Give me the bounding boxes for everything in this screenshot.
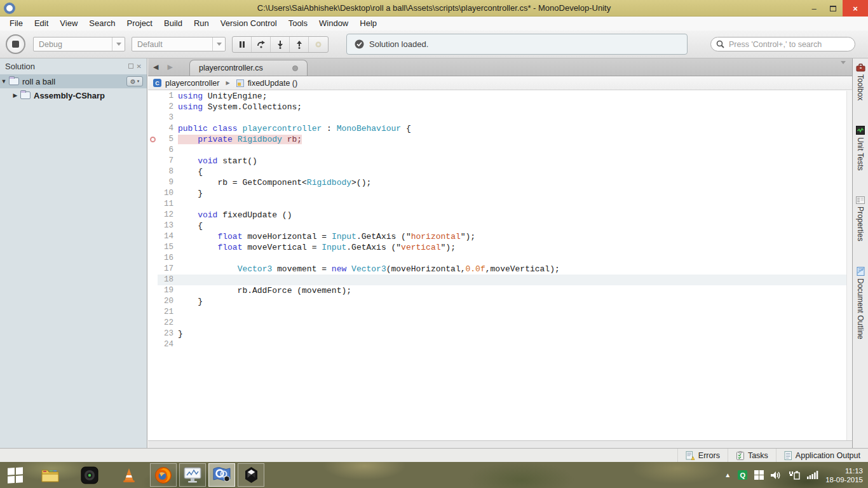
code-line[interactable]: 4public class playercontroller : MonoBeh… — [148, 123, 846, 134]
menu-item-run[interactable]: Run — [188, 17, 215, 30]
editor-horizontal-scrollbar[interactable] — [148, 440, 852, 448]
breakpoint-margin[interactable] — [148, 329, 158, 339]
breakpoint-margin[interactable] — [148, 102, 158, 112]
code-line[interactable]: 2using System.Collections; — [148, 102, 846, 112]
code-line[interactable]: 8 { — [148, 166, 846, 177]
breakpoint-margin[interactable] — [148, 264, 158, 274]
solution-child-item[interactable]: ▶ Assembly-CSharp — [0, 88, 147, 102]
step-out-button[interactable] — [290, 37, 309, 52]
breadcrumb-class[interactable]: playercontroller — [165, 79, 219, 88]
statusbar-item-errors[interactable]: Errors — [677, 449, 728, 462]
taskbar-firefox[interactable] — [150, 463, 177, 487]
solution-root-item[interactable]: ▼ roll a ball ⚙▾ — [0, 74, 147, 88]
code-line[interactable]: 5 private Rigidbody rb; — [148, 134, 846, 145]
minimize-button[interactable]: – — [804, 0, 824, 17]
code-line[interactable]: 18 — [148, 274, 846, 285]
code-line[interactable]: 17 Vector3 movement = new Vector3(moveHo… — [148, 264, 846, 274]
breakpoint-margin[interactable] — [148, 134, 158, 145]
expander-closed-icon[interactable]: ▶ — [11, 92, 19, 98]
code-editor[interactable]: 1using UnityEngine;2using System.Collect… — [148, 91, 846, 440]
menu-item-file[interactable]: File — [4, 17, 29, 30]
code-line[interactable]: 11 — [148, 199, 846, 210]
menu-item-tools[interactable]: Tools — [283, 17, 313, 30]
menu-item-edit[interactable]: Edit — [29, 17, 54, 30]
code-line[interactable]: 7 void start() — [148, 156, 846, 166]
breakpoint-margin[interactable] — [148, 339, 158, 350]
taskbar-vlc[interactable] — [116, 463, 142, 487]
breakpoint-margin[interactable] — [148, 220, 158, 231]
code-line[interactable]: 10 } — [148, 188, 846, 199]
step-into-button[interactable] — [271, 37, 290, 52]
code-line[interactable]: 12 void fixedUpdate () — [148, 210, 846, 220]
menu-item-view[interactable]: View — [54, 17, 83, 30]
statusbar-item-tasks[interactable]: Tasks — [728, 449, 776, 462]
taskbar-file-explorer[interactable] — [37, 463, 64, 487]
menu-item-version-control[interactable]: Version Control — [215, 17, 283, 30]
breakpoint-margin[interactable] — [148, 91, 158, 102]
code-line[interactable]: 15 float moveVertical = Input.GetAxis ("… — [148, 242, 846, 253]
expander-open-icon[interactable]: ▼ — [0, 78, 8, 85]
breakpoint-margin[interactable] — [148, 231, 158, 242]
antivirus-icon[interactable]: Q — [738, 470, 747, 480]
global-search[interactable] — [710, 37, 855, 51]
code-line[interactable]: 22 — [148, 318, 846, 329]
gear-icon[interactable]: ⚙▾ — [126, 76, 143, 86]
clock[interactable]: 11:13 18-09-2015 — [825, 466, 863, 484]
taskbar-unity[interactable] — [238, 463, 264, 487]
breakpoint-margin[interactable] — [148, 253, 158, 264]
breakpoint-margin[interactable] — [148, 177, 158, 188]
modified-dot-icon[interactable] — [292, 65, 298, 71]
dock-item-properties[interactable]: Properties — [856, 196, 865, 241]
code-line[interactable]: 23} — [148, 329, 846, 339]
breakpoint-margin[interactable] — [148, 242, 158, 253]
editor-vertical-scrollbar[interactable] — [846, 91, 852, 440]
menu-item-search[interactable]: Search — [83, 17, 121, 30]
search-input[interactable] — [728, 39, 850, 50]
close-button[interactable]: × — [843, 0, 868, 17]
action-center-icon[interactable] — [754, 470, 764, 480]
code-line[interactable]: 16 — [148, 253, 846, 264]
dock-item-unit-tests[interactable]: Unit Tests — [856, 126, 865, 170]
code-line[interactable]: 13 { — [148, 220, 846, 231]
tab-list-dropdown-icon[interactable] — [841, 64, 846, 76]
power-icon[interactable] — [789, 471, 800, 480]
breakpoint-margin[interactable] — [148, 307, 158, 318]
navigate-forward-icon[interactable]: ▶ — [167, 63, 172, 71]
breakpoint-margin[interactable] — [148, 123, 158, 134]
code-line[interactable]: 1using UnityEngine; — [148, 91, 846, 102]
breakpoint-margin[interactable] — [148, 318, 158, 329]
pause-button[interactable] — [233, 37, 252, 52]
breakpoint-margin[interactable] — [148, 210, 158, 220]
code-line[interactable]: 3 — [148, 112, 846, 123]
tray-expand-icon[interactable]: ▲ — [724, 471, 731, 478]
menu-item-build[interactable]: Build — [158, 17, 188, 30]
breakpoint-icon[interactable] — [150, 137, 156, 142]
taskbar-media-player[interactable] — [76, 463, 103, 487]
run-button[interactable] — [6, 34, 25, 54]
breakpoint-margin[interactable] — [148, 188, 158, 199]
target-dropdown[interactable]: Default — [132, 37, 226, 51]
code-line[interactable]: 21 — [148, 307, 846, 318]
configuration-dropdown[interactable]: Debug — [33, 37, 125, 51]
dock-item-document-outline[interactable]: Document Outline — [856, 267, 865, 339]
breakpoint-margin[interactable] — [148, 285, 158, 296]
network-icon[interactable] — [807, 471, 818, 479]
breakpoint-margin[interactable] — [148, 166, 158, 177]
statusbar-item-application-output[interactable]: Application Output — [776, 449, 868, 462]
dock-item-toolbox[interactable]: Toolbox — [856, 64, 865, 100]
breakpoint-margin[interactable] — [148, 145, 158, 156]
menu-item-help[interactable]: Help — [354, 17, 383, 30]
volume-icon[interactable] — [771, 471, 782, 480]
breakpoint-margin[interactable] — [148, 274, 158, 285]
code-line[interactable]: 9 rb = GetComponent<Rigidbody>(); — [148, 177, 846, 188]
start-button[interactable] — [0, 462, 31, 488]
breakpoint-margin[interactable] — [148, 199, 158, 210]
menu-item-window[interactable]: Window — [313, 17, 354, 30]
autohide-icon[interactable] — [128, 63, 133, 70]
step-over-button[interactable] — [252, 37, 271, 52]
code-line[interactable]: 20 } — [148, 296, 846, 307]
breakpoint-margin[interactable] — [148, 156, 158, 166]
menu-item-project[interactable]: Project — [121, 17, 158, 30]
code-line[interactable]: 14 float moveHorizontal = Input.GetAxis … — [148, 231, 846, 242]
code-line[interactable]: 24 — [148, 339, 846, 350]
